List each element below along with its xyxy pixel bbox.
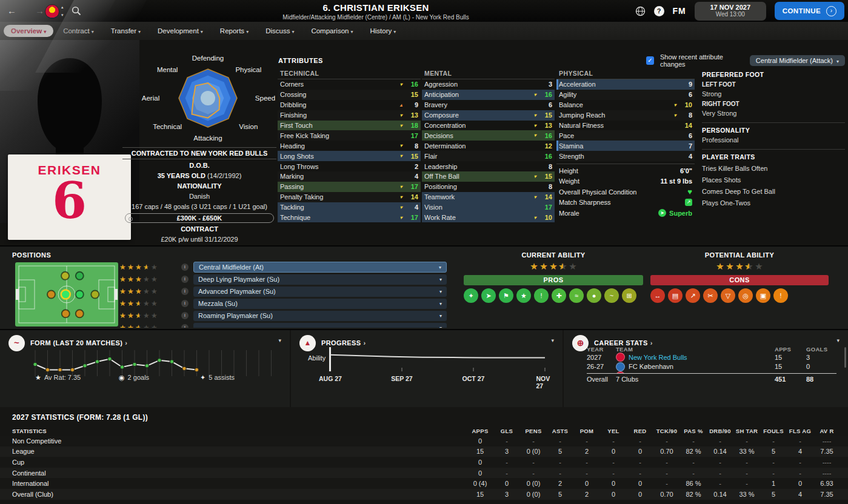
attribute-off-the-ball[interactable]: Off The Ball▼15 <box>422 171 555 182</box>
stats-row-continental[interactable]: Continental0---------------- <box>0 468 848 479</box>
report-icon[interactable]: ▤ <box>668 288 683 303</box>
tab-transfer[interactable]: Transfer▾ <box>104 25 148 37</box>
attribute-marking[interactable]: Marking4 <box>278 171 421 182</box>
attribute-long-throws[interactable]: Long Throws2 <box>278 161 421 171</box>
jumping-icon[interactable]: ▽ <box>721 288 735 303</box>
pace-icon[interactable]: ↗ <box>686 288 700 303</box>
chevron-down-icon[interactable]: ▾ <box>439 277 442 282</box>
attribute-crossing[interactable]: Crossing15 <box>278 90 421 100</box>
movement-icon[interactable]: ➤ <box>481 288 496 303</box>
role-roaming-playmaker-su[interactable]: ★★★★★★★★★★iRoaming Playmaker (Su)▾ <box>119 310 447 322</box>
forward-button[interactable]: → <box>35 5 44 16</box>
tab-history[interactable]: History▾ <box>362 25 403 37</box>
form-icon[interactable]: ~ <box>604 288 619 303</box>
attribute-acceleration[interactable]: Acceleration9 <box>556 79 695 90</box>
attribute-passing[interactable]: Passing▼17 <box>278 182 421 192</box>
consistency-icon[interactable]: ≈ <box>569 288 584 303</box>
continue-button[interactable]: CONTINUE › <box>775 2 844 20</box>
scout-report-icon[interactable]: ▣ <box>756 288 770 303</box>
attribute-heading[interactable]: Heading▼8 <box>278 141 421 151</box>
attribute-flair[interactable]: Flair16 <box>422 151 555 161</box>
tab-contract[interactable]: Contract▾ <box>56 25 101 37</box>
collapse-chevron-icon[interactable]: ▾ <box>836 337 840 343</box>
attribute-aggression[interactable]: Aggression3 <box>422 79 555 90</box>
first-touch-icon[interactable]: ● <box>587 288 601 303</box>
attribute-leadership[interactable]: Leadership8 <box>422 161 555 171</box>
injury-icon[interactable]: ✂ <box>703 288 718 303</box>
tab-comparison[interactable]: Comparison▾ <box>304 25 360 37</box>
attribute-jumping-reach[interactable]: Jumping Reach▼8 <box>556 110 695 121</box>
game-date[interactable]: 17 NOV 2027 Wed 13:00 <box>695 2 766 21</box>
stadium-icon[interactable]: ⊞ <box>622 288 636 303</box>
back-button[interactable]: ← <box>7 5 16 16</box>
attribute-technique[interactable]: Technique▼17 <box>278 213 421 223</box>
attribute-first-touch[interactable]: First Touch▼18 <box>278 121 421 131</box>
chevron-down-icon[interactable]: ▾ <box>439 265 441 270</box>
chevron-down-icon[interactable]: ▾ <box>439 325 442 328</box>
chevron-down-icon[interactable]: ▾ <box>439 289 442 294</box>
flask-icon[interactable]: ! <box>773 288 788 303</box>
scrollbar[interactable] <box>844 347 846 368</box>
vision-icon[interactable]: ✦ <box>464 288 478 303</box>
attribute-natural-fitness[interactable]: Natural Fitness14 <box>556 121 695 131</box>
tab-reports[interactable]: Reports▾ <box>213 25 256 37</box>
attribute-free-kick-taking[interactable]: Free Kick Taking17 <box>278 130 421 141</box>
role-central-midfielder-at[interactable]: ★★★★★★★★★★iCentral Midfielder (At)▾ <box>119 261 447 273</box>
info-icon[interactable]: i <box>181 300 189 307</box>
role-mezzala-su[interactable]: ★★★★★★★★★★iMezzala (Su)▾ <box>119 297 447 310</box>
role-advanced-playmaker-su[interactable]: ★★★★★★★★★★iAdvanced Playmaker (Su)▾ <box>119 285 447 297</box>
chevron-down-icon[interactable]: ▾ <box>439 313 442 319</box>
flair-icon[interactable]: ⚑ <box>499 288 513 303</box>
attribute-dribbling[interactable]: Dribbling▲9 <box>278 100 421 110</box>
attribute-corners[interactable]: Corners▼16 <box>278 79 421 90</box>
search-icon[interactable] <box>72 6 81 16</box>
team-link[interactable]: New York Red Bulls <box>629 354 687 361</box>
tab-discuss[interactable]: Discuss▾ <box>258 25 301 37</box>
info-icon[interactable]: i <box>181 276 189 283</box>
attribute-penalty-taking[interactable]: Penalty Taking▼14 <box>278 192 421 202</box>
attribute-decisions[interactable]: Decisions▼16 <box>422 130 555 141</box>
club-switch-arrows[interactable]: ▴▾ <box>61 3 64 19</box>
stats-row-international[interactable]: International0 (4)00 (0)2000-86 %--106.9… <box>0 478 848 489</box>
info-icon[interactable]: i <box>181 312 189 319</box>
attribute-vision[interactable]: Vision17 <box>422 202 555 213</box>
stats-row-cup[interactable]: Cup0---------------- <box>0 457 848 468</box>
stats-row-non-competitive[interactable]: Non Competitive0---------------- <box>0 436 848 446</box>
collapse-chevron-icon[interactable]: ▾ <box>551 337 554 343</box>
role-deep-lying-playmaker-su[interactable]: ★★★★★★★★★★iDeep Lying Playmaker (Su)▾ <box>119 273 447 285</box>
attribute-agility[interactable]: Agility6 <box>556 90 695 100</box>
transfer-value[interactable]: £300K - £650K <box>125 213 274 223</box>
collapse-chevron-icon[interactable]: ▾ <box>278 337 281 343</box>
help-icon[interactable]: ? <box>654 6 664 16</box>
stats-row-overall-club[interactable]: Overall (Club)1530 (0)52000.7082 %0.1433… <box>0 489 848 500</box>
attribute-tackling[interactable]: Tackling▼4 <box>278 202 421 213</box>
role-clipped[interactable]: ★★★★★★★★★★i▾ <box>119 322 447 328</box>
attribute-work-rate[interactable]: Work Rate▼10 <box>422 213 555 223</box>
tab-overview[interactable]: Overview▾ <box>4 25 53 37</box>
globe-icon[interactable] <box>635 6 646 16</box>
form-title[interactable]: FORM (LAST 20 MATCHES)› <box>30 339 127 346</box>
big-matches-icon[interactable]: ! <box>534 288 549 303</box>
attribute-composure[interactable]: Composure▼15 <box>422 110 555 121</box>
role-filter-dropdown[interactable]: Central Midfielder (Attack)▾ <box>750 55 845 66</box>
attribute-positioning[interactable]: Positioning8 <box>422 182 555 192</box>
attribute-concentration[interactable]: Concentration▼13 <box>422 121 555 131</box>
tab-development[interactable]: Development▾ <box>150 25 210 37</box>
info-icon[interactable]: i <box>181 264 189 271</box>
attribute-determination[interactable]: Determination12 <box>422 141 555 151</box>
chevron-down-icon[interactable]: ▾ <box>439 301 442 307</box>
attribute-anticipation[interactable]: Anticipation▼16 <box>422 90 555 100</box>
passing-icon[interactable]: ✚ <box>552 288 566 303</box>
attribute-long-shots[interactable]: Long Shots▼15 <box>278 151 421 161</box>
attribute-strength[interactable]: Strength4 <box>556 151 695 161</box>
aerial-icon[interactable]: ◎ <box>738 288 753 303</box>
attribute-finishing[interactable]: Finishing▼13 <box>278 110 421 121</box>
attribute-bravery[interactable]: Bravery6 <box>422 100 555 110</box>
strength-icon[interactable]: ↔ <box>650 288 665 303</box>
show-attribute-changes-checkbox[interactable]: ✓ <box>646 56 654 65</box>
info-icon[interactable]: i <box>181 288 189 295</box>
info-icon[interactable]: i <box>181 324 189 328</box>
attribute-teamwork[interactable]: Teamwork▼14 <box>422 192 555 202</box>
club-badge-icon[interactable] <box>45 4 59 19</box>
attribute-balance[interactable]: Balance▼10 <box>556 100 695 110</box>
